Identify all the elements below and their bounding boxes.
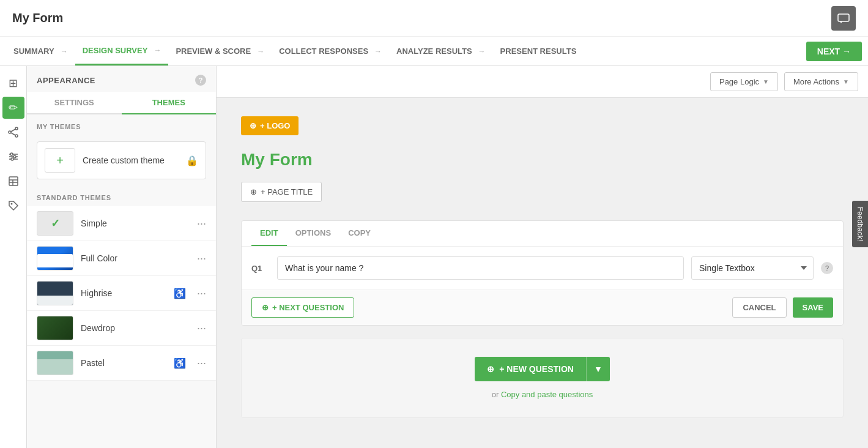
tab-preview-score[interactable]: PREVIEW & SCORE → xyxy=(168,37,272,65)
svg-line-4 xyxy=(11,129,15,132)
content-toolbar: Page Logic ▼ More Actions ▼ xyxy=(217,66,868,98)
question-row: Q1 Single Textbox Multiple Choice Dropdo… xyxy=(242,247,843,289)
next-question-button[interactable]: ⊕ + NEXT QUESTION xyxy=(251,297,354,318)
content-area: Page Logic ▼ More Actions ▼ ⊕ + LOGO My … xyxy=(217,66,868,448)
svg-point-2 xyxy=(9,131,11,133)
panel-tab-themes[interactable]: THEMES xyxy=(122,92,217,114)
help-icon[interactable]: ? xyxy=(195,75,206,86)
question-help-icon[interactable]: ? xyxy=(821,262,833,274)
add-page-title-button[interactable]: ⊕ + PAGE TITLE xyxy=(241,182,322,202)
sidebar-icon-sliders[interactable] xyxy=(2,146,24,168)
plus-circle-icon: ⊕ xyxy=(250,121,256,130)
plus-circle-icon: ⊕ xyxy=(250,187,257,196)
svg-point-3 xyxy=(15,135,18,137)
svg-point-11 xyxy=(11,158,13,160)
tab-analyze-results[interactable]: ANALYZE RESULTS → xyxy=(389,37,493,65)
form-title: My Form xyxy=(241,150,844,170)
chevron-down-icon: ▼ xyxy=(843,78,849,85)
arrow-icon: → xyxy=(374,47,382,56)
cancel-button[interactable]: CANCEL xyxy=(732,297,786,318)
svg-line-5 xyxy=(11,133,15,135)
theme-more-simple[interactable]: ··· xyxy=(197,217,206,230)
card-right-actions: CANCEL SAVE xyxy=(732,297,833,318)
theme-more-dewdrop[interactable]: ··· xyxy=(197,322,206,335)
theme-name-fullcolor: Full Color xyxy=(81,253,190,263)
arrow-icon: → xyxy=(154,46,161,54)
more-actions-button[interactable]: More Actions ▼ xyxy=(784,72,858,91)
svg-point-16 xyxy=(10,203,12,205)
nav-tabs: SUMMARY → DESIGN SURVEY → PREVIEW & SCOR… xyxy=(0,37,868,66)
svg-rect-12 xyxy=(9,177,18,185)
card-tab-edit[interactable]: EDIT xyxy=(251,221,287,246)
new-question-main-button[interactable]: ⊕ + NEW QUESTION xyxy=(475,357,586,381)
next-button[interactable]: NEXT → xyxy=(806,42,862,61)
appearance-header: APPEARANCE ? xyxy=(27,66,216,92)
copy-paste-questions-link[interactable]: Copy and paste questions xyxy=(501,390,593,399)
sidebar-icon-tag[interactable] xyxy=(2,195,24,217)
question-text-input[interactable] xyxy=(277,256,684,280)
plus-circle-icon: ⊕ xyxy=(262,303,269,312)
chat-icon-button[interactable] xyxy=(831,6,856,31)
main-layout: ⊞ ✏ xyxy=(0,66,868,448)
feedback-tab[interactable]: Feedback! xyxy=(852,201,868,247)
custom-plus-icon: + xyxy=(45,148,75,173)
theme-more-highrise[interactable]: ··· xyxy=(197,287,206,300)
theme-thumb-pastel xyxy=(37,351,73,375)
theme-item-highrise[interactable]: Highrise ♿ ··· xyxy=(27,276,216,311)
panel-tab-settings[interactable]: SETTINGS xyxy=(27,92,122,113)
new-question-dropdown-button[interactable]: ▼ xyxy=(586,357,610,381)
my-themes-label: MY THEMES xyxy=(27,114,216,135)
appearance-title: APPEARANCE xyxy=(37,76,95,85)
accessibility-icon-pastel: ♿ xyxy=(174,357,186,369)
card-actions: ⊕ + NEXT QUESTION CANCEL SAVE xyxy=(242,289,843,325)
question-number: Q1 xyxy=(251,264,270,273)
svg-rect-0 xyxy=(838,14,849,21)
theme-more-fullcolor[interactable]: ··· xyxy=(197,252,206,265)
theme-name-pastel: Pastel xyxy=(81,358,166,368)
create-custom-theme[interactable]: + Create custom theme 🔒 xyxy=(37,141,206,179)
new-question-section: ⊕ + NEW QUESTION ▼ or Copy and paste que… xyxy=(241,338,844,418)
form-canvas: ⊕ + LOGO My Form ⊕ + PAGE TITLE EDIT OPT… xyxy=(217,98,868,436)
theme-name-dewdrop: Dewdrop xyxy=(81,323,190,333)
theme-item-fullcolor[interactable]: Full Color ··· xyxy=(27,241,216,276)
theme-name-simple: Simple xyxy=(81,218,190,228)
sidebar-icon-table[interactable] xyxy=(2,170,24,192)
custom-theme-label: Create custom theme xyxy=(83,155,179,165)
question-type-select[interactable]: Single Textbox Multiple Choice Dropdown … xyxy=(691,256,814,280)
theme-thumb-dewdrop xyxy=(37,316,73,340)
tab-present-results[interactable]: PRESENT RESULTS xyxy=(493,37,584,65)
svg-point-10 xyxy=(13,155,16,158)
tab-design-survey[interactable]: DESIGN SURVEY → xyxy=(75,37,169,65)
tab-collect-responses[interactable]: COLLECT RESPONSES → xyxy=(272,37,389,65)
card-tab-copy[interactable]: COPY xyxy=(339,221,379,246)
theme-item-pastel[interactable]: Pastel ♿ ··· xyxy=(27,346,216,381)
theme-item-dewdrop[interactable]: Dewdrop ··· xyxy=(27,311,216,346)
sidebar-icon-grid[interactable]: ⊞ xyxy=(2,72,24,94)
accessibility-icon-highrise: ♿ xyxy=(174,288,186,299)
panel-tabs: SETTINGS THEMES xyxy=(27,92,216,114)
sidebar-icon-share[interactable] xyxy=(2,121,24,143)
sidebar-icon-pencil[interactable]: ✏ xyxy=(2,97,24,119)
copy-paste-text: or Copy and paste questions xyxy=(260,390,825,399)
lock-icon: 🔒 xyxy=(186,155,198,166)
card-tabs: EDIT OPTIONS COPY xyxy=(242,221,843,247)
theme-thumb-highrise xyxy=(37,281,73,305)
theme-name-highrise: Highrise xyxy=(81,288,166,298)
theme-more-pastel[interactable]: ··· xyxy=(197,357,206,370)
left-panel: APPEARANCE ? SETTINGS THEMES MY THEMES +… xyxy=(27,66,217,448)
theme-thumb-fullcolor xyxy=(37,246,73,271)
question-card: EDIT OPTIONS COPY Q1 Single Textbox M xyxy=(241,220,844,326)
arrow-icon: → xyxy=(257,47,264,56)
theme-item-simple[interactable]: ✓ Simple ··· xyxy=(27,206,216,241)
plus-circle-icon: ⊕ xyxy=(487,364,494,374)
new-question-row: ⊕ + NEW QUESTION ▼ xyxy=(260,357,825,381)
chevron-down-icon: ▼ xyxy=(594,364,603,374)
top-bar: My Form xyxy=(0,0,868,37)
add-logo-button[interactable]: ⊕ + LOGO xyxy=(241,116,299,135)
card-tab-options[interactable]: OPTIONS xyxy=(287,221,340,246)
page-logic-button[interactable]: Page Logic ▼ xyxy=(710,72,778,91)
app-title: My Form xyxy=(12,11,831,25)
tab-summary[interactable]: SUMMARY → xyxy=(6,37,75,65)
arrow-icon: → xyxy=(478,47,486,56)
save-button[interactable]: SAVE xyxy=(793,297,833,318)
